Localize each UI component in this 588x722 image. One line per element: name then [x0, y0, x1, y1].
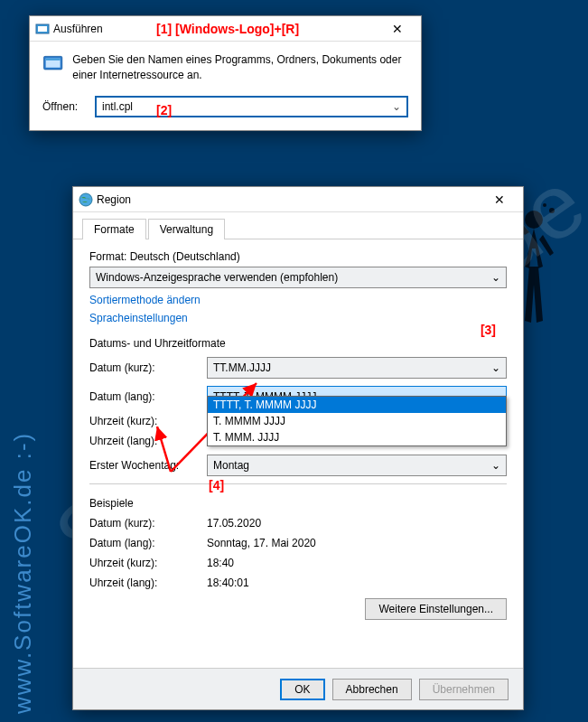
dow-label: Erster Wochentag: [89, 459, 207, 472]
globe-icon [79, 192, 93, 207]
open-combobox[interactable]: ⌄ [95, 96, 408, 117]
run-body-icon [42, 52, 63, 81]
ex-date-long-val: Sonntag, 17. Mai 2020 [207, 537, 507, 549]
dialog-footer: OK Abbrechen Übernehmen [73, 668, 523, 709]
open-input[interactable] [100, 99, 390, 114]
close-button[interactable]: ✕ [379, 22, 415, 36]
region-title: Region [93, 193, 481, 206]
svg-point-0 [525, 211, 543, 229]
time-short-label: Uhrzeit (kurz): [89, 415, 207, 427]
chevron-down-icon: ⌄ [491, 361, 500, 374]
chevron-down-icon: ⌄ [491, 459, 500, 472]
svg-point-1 [549, 208, 555, 213]
format-select[interactable]: Windows-Anzeigesprache verwenden (empfoh… [89, 267, 507, 288]
link-sort-method[interactable]: Sortiermethode ändern [89, 294, 201, 306]
ex-time-long-label: Uhrzeit (lang): [89, 577, 207, 589]
ok-button[interactable]: OK [280, 679, 324, 700]
tab-formate[interactable]: Formate [82, 219, 146, 239]
ex-time-short-label: Uhrzeit (kurz): [89, 557, 207, 569]
svg-rect-7 [46, 59, 61, 61]
chevron-down-icon[interactable]: ⌄ [390, 100, 403, 113]
apply-button[interactable]: Übernehmen [419, 679, 509, 700]
link-language-settings[interactable]: Spracheinstellungen [89, 312, 188, 324]
ex-date-long-label: Datum (lang): [89, 537, 207, 549]
dow-select[interactable]: Montag ⌄ [207, 455, 507, 476]
ex-date-short-label: Datum (kurz): [89, 517, 207, 530]
run-titlebar[interactable]: Ausführen ✕ [30, 16, 421, 42]
examples-title: Beispiele [89, 497, 507, 510]
date-short-select[interactable]: TT.MM.JJJJ ⌄ [207, 357, 507, 379]
watermark-left: www.SoftwareOK.de :-) [9, 432, 37, 714]
close-button[interactable]: ✕ [481, 192, 518, 207]
date-short-label: Datum (kurz): [89, 361, 207, 374]
run-icon [35, 22, 50, 36]
date-long-label: Datum (lang): [89, 390, 207, 403]
svg-point-2 [543, 203, 546, 207]
region-titlebar[interactable]: Region ✕ [73, 187, 523, 212]
divider [89, 483, 507, 484]
date-long-dropdown[interactable]: TTTT, T. MMMM JJJJ T. MMMM JJJJ T. MMM. … [207, 396, 507, 446]
run-title: Ausführen [50, 23, 379, 35]
dropdown-option[interactable]: TTTT, T. MMMM JJJJ [208, 397, 506, 413]
open-label: Öffnen: [42, 100, 88, 113]
run-dialog: Ausführen ✕ Geben Sie den Namen eines Pr… [29, 15, 422, 131]
svg-rect-4 [38, 26, 47, 32]
dropdown-option[interactable]: T. MMM. JJJJ [208, 429, 506, 445]
format-label: Format: Deutsch (Deutschland) [89, 250, 507, 263]
run-description: Geben Sie den Namen eines Programms, Ord… [72, 52, 408, 83]
region-dialog: Region ✕ Formate Verwaltung Format: Deut… [72, 186, 524, 710]
dropdown-option[interactable]: T. MMMM JJJJ [208, 413, 506, 429]
chevron-down-icon: ⌄ [491, 271, 500, 284]
ex-time-long-val: 18:40:01 [207, 577, 507, 589]
ex-time-short-val: 18:40 [207, 557, 507, 569]
ex-date-short-val: 17.05.2020 [207, 517, 507, 530]
tab-verwaltung[interactable]: Verwaltung [148, 219, 225, 239]
time-long-label: Uhrzeit (lang): [89, 435, 207, 447]
cancel-button[interactable]: Abbrechen [332, 679, 412, 700]
svg-point-8 [79, 193, 92, 206]
datetime-formats-title: Datums- und Uhrzeitformate [89, 337, 507, 350]
more-settings-button[interactable]: Weitere Einstellungen... [365, 598, 507, 620]
